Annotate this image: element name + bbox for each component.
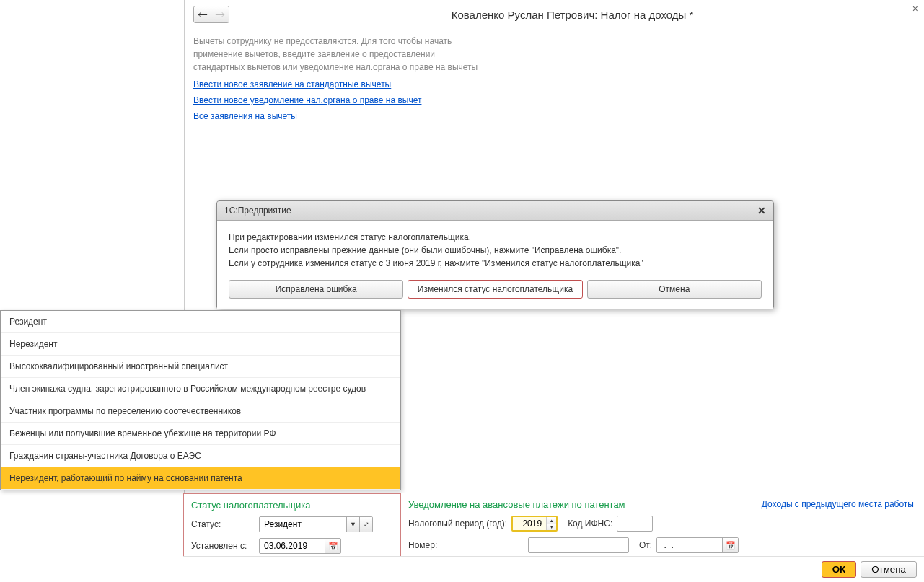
dd-item-resettle[interactable]: Участник программы по переселению соотеч… [1,400,400,423]
dd-item-crew[interactable]: Член экипажа судна, зарегистрированного … [1,378,400,400]
from-date[interactable]: 📅 [656,537,739,553]
from-field[interactable] [657,538,722,552]
dialog-close-icon[interactable]: ✕ [757,205,766,216]
dialog: 1С:Предприятие ✕ При редактировании изме… [216,200,774,309]
setfrom-field[interactable] [260,539,325,553]
calendar-icon[interactable]: 📅 [325,539,340,553]
link-new-standard[interactable]: Ввести новое заявление на стандартные вы… [193,79,915,89]
number-row: Номер: От: 📅 [408,537,917,553]
number-input[interactable] [528,537,629,553]
spinner-down-icon[interactable]: ▼ [547,524,556,530]
link-all-apps[interactable]: Все заявления на вычеты [193,111,915,121]
prev-income-link[interactable]: Доходы с предыдущего места работы [762,499,914,509]
status-row: Статус: ▼ ⤢ [191,516,393,532]
spinner-up-icon[interactable]: ▲ [547,517,556,524]
from-label: От: [639,540,652,550]
dialog-line1: При редактировании изменился статус нало… [229,231,762,244]
dialog-titlebar: 1С:Предприятие ✕ [217,201,773,221]
dd-item-resident[interactable]: Резидент [1,311,400,333]
cancel-button[interactable]: Отмена [861,561,917,578]
dd-item-patent[interactable]: Нерезидент, работающий по найму на основ… [1,467,400,490]
combo-dropdown-icon[interactable]: ▼ [346,517,359,532]
period-row: Налоговый период (год): ▲ ▼ Код ИФНС: [408,516,917,532]
bottom-panel: Доходы с предыдущего места работы Статус… [183,493,924,582]
status-combo[interactable]: ▼ ⤢ [259,516,373,532]
dialog-body: При редактировании изменился статус нало… [217,221,773,309]
period-label: Налоговый период (год): [408,519,507,529]
dd-item-highqual[interactable]: Высококвалифицированный иностранный спец… [1,356,400,378]
content-area: Вычеты сотруднику не предоставляются. Дл… [185,29,924,133]
link-new-notice[interactable]: Ввести новое уведомление нал.органа о пр… [193,95,915,105]
number-label: Номер: [408,540,444,550]
combo-open-icon[interactable]: ⤢ [359,517,372,532]
ifns-input[interactable] [617,516,653,532]
footer: ОК Отмена [183,556,924,582]
dialog-text: При редактировании изменился статус нало… [229,231,762,270]
status-section-title: Статус налогоплательщика [191,500,393,511]
calendar-icon[interactable]: 📅 [722,538,738,552]
year-spinner: ▲ ▼ [546,517,556,530]
status-changed-button[interactable]: Изменился статус налогоплательщика [408,280,582,299]
setfrom-label: Установлен с: [191,541,255,551]
info-text: Вычеты сотруднику не предоставляются. Дл… [193,35,482,74]
fixed-error-button[interactable]: Исправлена ошибка [229,280,403,299]
window-title: Коваленко Руслан Петрович: Налог на дохо… [229,9,915,21]
dialog-cancel-button[interactable]: Отмена [587,280,762,299]
dialog-buttons: Исправлена ошибка Изменился статус налог… [229,280,762,299]
dialog-line2: Если просто исправлены прежние данные (о… [229,244,762,257]
status-label: Статус: [191,519,255,529]
setfrom-row: Установлен с: 📅 [191,538,393,554]
dd-item-eaes[interactable]: Гражданин страны-участника Договора о ЕА… [1,445,400,467]
status-dropdown: Резидент Нерезидент Высококвалифицирован… [0,310,401,490]
setfrom-date[interactable]: 📅 [259,538,341,554]
year-input[interactable]: ▲ ▼ [511,516,558,532]
forward-button[interactable]: 🡒 [211,6,229,22]
dd-item-refugee[interactable]: Беженцы или получившие временное убежище… [1,423,400,445]
close-icon[interactable]: × [912,3,918,14]
header: 🡐 🡒 Коваленко Руслан Петрович: Налог на … [185,0,924,29]
back-button[interactable]: 🡐 [194,6,211,22]
dialog-line3: Если у сотрудника изменился статус с 3 и… [229,257,762,270]
ok-button[interactable]: ОК [822,561,857,578]
nav-buttons: 🡐 🡒 [193,6,229,23]
ifns-label: Код ИФНС: [568,519,612,529]
status-input[interactable] [260,517,346,532]
dialog-title-text: 1С:Предприятие [224,206,291,216]
year-field[interactable] [513,517,546,530]
dd-item-nonresident[interactable]: Нерезидент [1,333,400,356]
